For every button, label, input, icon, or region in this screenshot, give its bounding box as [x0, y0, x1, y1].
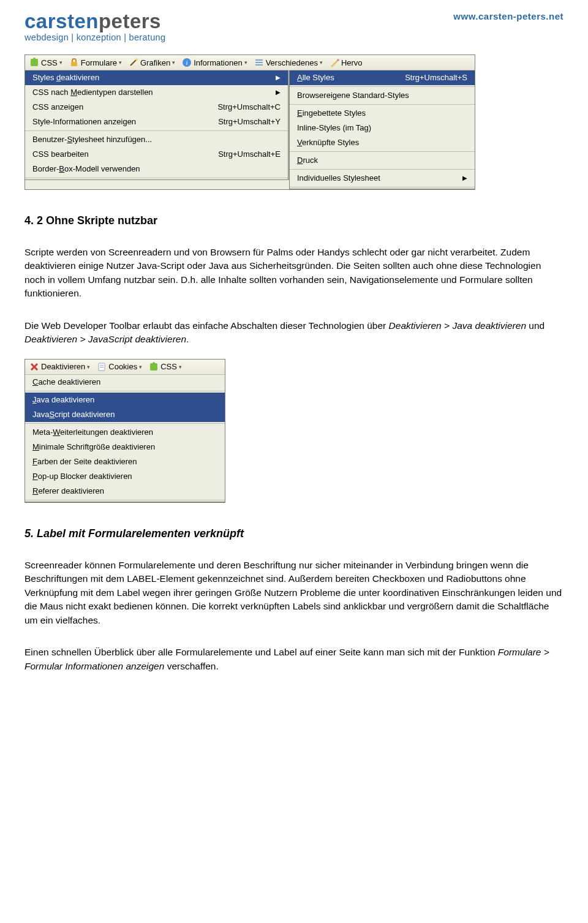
- svg-rect-18: [153, 362, 155, 364]
- header-url: www.carsten-peters.net: [453, 11, 564, 21]
- list-icon: [254, 58, 264, 67]
- puzzle-icon: [29, 58, 39, 67]
- section5-p2b: verschaffen.: [164, 661, 218, 671]
- deaktivieren-menu-label: Minimale Schriftgröße deaktivieren: [32, 442, 217, 451]
- styles-submenu-item[interactable]: Browsereigene Standard-Styles: [290, 88, 475, 103]
- deaktivieren-menu-label: Cache deaktivieren: [32, 377, 217, 386]
- cookie-icon: [97, 362, 107, 372]
- css-menu-item[interactable]: CSS bearbeitenStrg+Umschalt+E: [25, 147, 288, 162]
- toolbar-informationen[interactable]: i Informationen▾: [179, 58, 250, 67]
- wand-icon: [129, 58, 138, 67]
- css-menu-item[interactable]: Border-Box-Modell verwenden: [25, 162, 288, 176]
- css-menu-label: CSS bearbeiten: [32, 149, 206, 159]
- styles-submenu-label: Eingebettete Styles: [297, 108, 467, 118]
- heading-5: 5. Label mit Formularelementen verknüpft: [24, 527, 564, 540]
- css-menu-label: Styles deaktivieren: [32, 73, 263, 82]
- info-icon: i: [182, 58, 192, 67]
- svg-rect-1: [33, 58, 36, 60]
- toolbar2-css[interactable]: CSS▾: [146, 362, 184, 372]
- styles-submenu-label: Inline-Styles (im Tag): [297, 123, 467, 132]
- section42-p2-em2: Deaktivieren > JavaScript deaktivieren: [24, 334, 186, 344]
- styles-submenu-item[interactable]: Druck: [290, 153, 475, 168]
- toolbar2-css-label: CSS: [160, 362, 177, 371]
- deaktivieren-menu-label: Meta-Weiterleitungen deaktivieren: [32, 428, 217, 437]
- deaktivieren-menu-item[interactable]: Referer deaktivieren: [25, 484, 225, 499]
- logo-word-2: peters: [99, 10, 161, 32]
- section42-p2b: und: [526, 320, 545, 331]
- submenu-arrow-icon: ▶: [263, 89, 281, 96]
- deaktivieren-menu-label: Java deaktivieren: [32, 395, 217, 404]
- x-icon: [29, 362, 39, 372]
- styles-submenu-label: Individuelles Stylesheet: [297, 173, 450, 183]
- deaktivieren-menu-label: Pop-up Blocker deaktivieren: [32, 472, 217, 481]
- css-menu-item[interactable]: CSS nach Medientypen darstellen▶: [25, 85, 288, 100]
- svg-rect-2: [71, 62, 77, 66]
- toolbar-informationen-label: Informationen: [194, 58, 243, 67]
- pencil-icon: [330, 58, 339, 67]
- css-menu-label: CSS nach Medientypen darstellen: [32, 88, 263, 97]
- styles-submenu-label: Alle Styles: [297, 73, 393, 82]
- svg-rect-15: [100, 365, 104, 366]
- styles-submenu-shortcut: Strg+Umschalt+S: [393, 73, 467, 82]
- styles-submenu-item[interactable]: Alle StylesStrg+Umschalt+S: [290, 70, 475, 85]
- deaktivieren-menu-item[interactable]: Java deaktivieren: [25, 393, 225, 407]
- toolbar-formulare-label: Formulare: [81, 58, 117, 67]
- toolbar-top: CSS▾ Formulare▾ Grafiken▾ i Informatione…: [25, 55, 475, 70]
- deaktivieren-menu-label: JavaScript deaktivieren: [32, 410, 217, 419]
- styles-submenu-item[interactable]: Verknüpfte Styles: [290, 135, 475, 150]
- toolbar-css[interactable]: CSS▾: [27, 58, 65, 67]
- css-menu-label: CSS anzeigen: [32, 102, 205, 111]
- puzzle-icon: [149, 362, 159, 372]
- styles-submenu-item[interactable]: Individuelles Stylesheet▶: [290, 171, 475, 186]
- deaktivieren-menu-item[interactable]: Meta-Weiterleitungen deaktivieren: [25, 425, 225, 440]
- styles-submenu-item[interactable]: Eingebettete Styles: [290, 106, 475, 121]
- svg-marker-10: [331, 60, 338, 67]
- svg-point-4: [135, 58, 138, 61]
- toolbar2-top: Deaktivieren▾ Cookies▾ CSS▾: [25, 360, 225, 375]
- logo-word-1: carsten: [24, 10, 99, 32]
- deaktivieren-menu-item[interactable]: Farben der Seite deaktivieren: [25, 454, 225, 469]
- css-menu-label: Style-Informationen anzeigen: [32, 117, 206, 126]
- svg-rect-16: [100, 367, 104, 367]
- toolbar-hervo[interactable]: Hervo: [327, 58, 365, 67]
- submenu-arrow-icon: ▶: [450, 175, 467, 181]
- styles-submenu-label: Browsereigene Standard-Styles: [297, 91, 467, 100]
- css-menu-screenshot: CSS▾ Formulare▾ Grafiken▾ i Informatione…: [24, 55, 475, 190]
- styles-submenu-label: Verknüpfte Styles: [297, 138, 467, 147]
- deaktivieren-menu-item[interactable]: Cache deaktivieren: [25, 375, 225, 390]
- svg-rect-7: [255, 59, 263, 61]
- toolbar-verschiedenes-label: Verschiedenes: [266, 58, 318, 67]
- toolbar-grafiken[interactable]: Grafiken▾: [126, 58, 178, 67]
- section42-p2-em1: Deaktivieren > Java deaktivieren: [389, 320, 526, 331]
- deaktivieren-menu-item[interactable]: Minimale Schriftgröße deaktivieren: [25, 440, 225, 454]
- toolbar-grafiken-label: Grafiken: [140, 58, 170, 67]
- toolbar2-deaktivieren[interactable]: Deaktivieren▾: [27, 362, 92, 372]
- css-menu-item[interactable]: Styles deaktivieren▶: [25, 70, 288, 85]
- logo: carstenpeters webdesign | konzeption | b…: [24, 11, 165, 42]
- svg-rect-9: [255, 64, 263, 66]
- toolbar-verschiedenes[interactable]: Verschiedenes▾: [252, 58, 325, 67]
- toolbar2-cookies-label: Cookies: [108, 362, 137, 371]
- css-menu-item[interactable]: Style-Informationen anzeigenStrg+Umschal…: [25, 115, 288, 129]
- css-menu-item[interactable]: Benutzer-Stylesheet hinzufügen...: [25, 132, 288, 147]
- section42-p1: Scripte werden von Screenreadern und von…: [24, 246, 564, 301]
- deaktivieren-menu-item[interactable]: Pop-up Blocker deaktivieren: [25, 469, 225, 484]
- svg-text:i: i: [186, 59, 188, 66]
- section5-p2a: Einen schnellen Überblick über alle Form…: [24, 647, 498, 657]
- css-menu-label: Benutzer-Stylesheet hinzufügen...: [32, 135, 281, 144]
- css-menu-item[interactable]: CSS anzeigenStrg+Umschalt+C: [25, 100, 288, 115]
- section5-p2: Einen schnellen Überblick über alle Form…: [24, 646, 564, 673]
- submenu-arrow-icon: ▶: [263, 74, 281, 81]
- styles-submenu-item[interactable]: Inline-Styles (im Tag): [290, 121, 475, 135]
- heading-4-2: 4. 2 Ohne Skripte nutzbar: [24, 214, 564, 227]
- toolbar2-cookies[interactable]: Cookies▾: [94, 362, 145, 372]
- deaktivieren-menu-label: Referer deaktivieren: [32, 486, 217, 495]
- toolbar2-deaktivieren-label: Deaktivieren: [41, 362, 85, 371]
- styles-submenu-label: Druck: [297, 156, 467, 165]
- css-menu-shortcut: Strg+Umschalt+E: [206, 149, 281, 159]
- toolbar-formulare[interactable]: Formulare▾: [67, 58, 124, 67]
- css-menu-shortcut: Strg+Umschalt+Y: [206, 117, 281, 126]
- deaktivieren-menu-screenshot: Deaktivieren▾ Cookies▾ CSS▾ Cache deakti…: [24, 359, 225, 503]
- deaktivieren-menu-item[interactable]: JavaScript deaktivieren: [25, 407, 225, 422]
- section42-p2: Die Web Developer Toolbar erlaubt das ei…: [24, 319, 564, 347]
